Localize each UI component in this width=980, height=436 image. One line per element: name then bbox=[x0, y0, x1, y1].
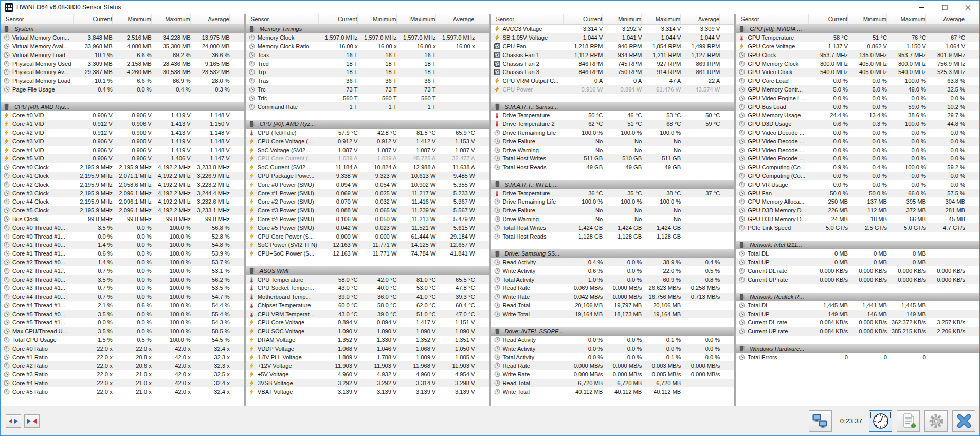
sensor-row[interactable]: Core #5 Thread #1...0.0 %0.0 %100.0 %54.… bbox=[1, 318, 244, 327]
sensor-group-header[interactable]: CPU [#0]: AMD Ryz... bbox=[1, 102, 244, 111]
sensor-row[interactable]: GPU Video Decode ...0.0 %0.0 %0.0 %0.0 % bbox=[736, 146, 979, 154]
title-bar[interactable]: HWiNFO64 v6.08-3830 Sensor Status bbox=[1, 1, 979, 14]
sensor-row[interactable]: Core #0 Thread #0...3.5 %0.0 %100.0 %56.… bbox=[1, 223, 244, 232]
sensor-row[interactable]: CPU (Tctl/Tdie)57.9 °C42.8 °C81.5 °C65.9… bbox=[246, 129, 489, 137]
sensor-row[interactable]: Total Host Writes511 GB510 GB511 GB bbox=[491, 154, 735, 163]
sensor-row[interactable]: GPU Computing (Co...0.0 %0.0 %0.0 %0.0 % bbox=[736, 172, 979, 180]
sensor-row[interactable]: Chassis Fan 2846 RPM745 RPM927 RPM869 RP… bbox=[491, 59, 735, 68]
sensor-row[interactable]: Core #3 Power (SMU)0.088 W0.065 W11.239 … bbox=[246, 206, 489, 215]
column-header-average[interactable]: Average bbox=[191, 14, 230, 24]
sensor-row[interactable]: Core #3 Thread #1...0.7 %0.0 %100.0 %53.… bbox=[1, 284, 244, 293]
sensor-row[interactable]: Virtual Memory Load10.1 %6.6 %89.2 %36.6… bbox=[1, 50, 244, 59]
sensor-row[interactable]: Core #2 Ratio22.0 x20.6 x42.0 x32.3 x bbox=[1, 361, 244, 370]
sensor-row[interactable]: SoC Voltage (SVI2 ...1.087 V1.087 V1.087… bbox=[246, 146, 489, 154]
sensor-row[interactable]: Drive Temperature 262 °C51 °C68 °C59 °C bbox=[491, 120, 735, 129]
sensor-row[interactable]: Drive WarningNoNoNo bbox=[491, 215, 735, 224]
sensor-row[interactable]: Total UP0 MB0 MB0 MB bbox=[736, 258, 979, 267]
column-header-average[interactable]: Average bbox=[681, 14, 720, 24]
sensor-row[interactable]: CPU Package Powe...9.338 W9.323 W10.613 … bbox=[246, 172, 489, 180]
sensor-row[interactable]: Drive FailureNoNoNo bbox=[491, 206, 735, 215]
sensor-row[interactable]: Drive WarningNoNoNo bbox=[491, 146, 735, 154]
sensor-row[interactable]: Core #0 Thread #1...0.0 %0.0 %100.0 %52.… bbox=[1, 232, 244, 241]
column-header-maximum[interactable]: Maximum bbox=[887, 14, 926, 24]
arrows-outward-button[interactable] bbox=[6, 414, 21, 428]
sensor-row[interactable]: Core #3 Thread #0...3.5 %0.0 %100.0 %56.… bbox=[1, 275, 244, 284]
sensor-row[interactable]: Trp18 T18 T18 T bbox=[246, 68, 489, 77]
sensor-group-header[interactable]: Memory Timings bbox=[246, 25, 489, 33]
sensor-row[interactable]: Bus Clock99.8 MHz99.8 MHz99.8 MHz99.8 MH… bbox=[1, 215, 244, 224]
sensor-row[interactable]: GPU Temperature58 °C51 °C76 °C67 °C bbox=[736, 33, 979, 42]
column-header-average[interactable]: Average bbox=[926, 14, 965, 24]
sensor-row[interactable]: Core #1 Thread #0...1.4 %0.0 %100.0 %54.… bbox=[1, 241, 244, 249]
sensor-row[interactable]: 1.8V PLL Voltage1.809 V1.788 V1.809 V1.8… bbox=[246, 353, 489, 361]
sensor-row[interactable]: CPU SOC Voltage1.090 V1.090 V1.090 V1.09… bbox=[246, 327, 489, 336]
sensor-row[interactable]: GPU Video Decode ...0.0 %0.0 %0.0 %0.0 % bbox=[736, 137, 979, 146]
sensor-row[interactable]: Core #4 Clock2,195.9 MHz2,096.1 MHz4,192… bbox=[1, 197, 244, 206]
sensor-row[interactable]: Write Rate0.042 MB/s0.000 MB/s16.756 MB/… bbox=[491, 293, 735, 301]
sensor-row[interactable]: Page File Usage0.4 %0.0 %0.4 %0.3 % bbox=[1, 85, 244, 94]
sensor-group-header[interactable]: S.M.A.R.T.: Samsu... bbox=[491, 102, 735, 111]
sensor-row[interactable]: Tras36 T36 T36 T bbox=[246, 77, 489, 85]
sensor-row[interactable]: GPU D3D Memory D...226 MB112 MB372 MB281… bbox=[736, 206, 979, 215]
sensor-row[interactable]: Core #5 Ratio22.0 x21.0 x42.0 x32.4 x bbox=[1, 387, 244, 396]
column-header-current[interactable]: Current bbox=[319, 14, 358, 24]
sensor-row[interactable]: Core #5 Clock2,195.9 MHz2,096.1 MHz4,192… bbox=[1, 206, 244, 215]
sensor-row[interactable]: VBAT Voltage3.139 V3.139 V3.139 V3.139 V bbox=[246, 387, 489, 396]
sensor-group-header[interactable]: Network: Realtek R... bbox=[736, 293, 979, 301]
sensor-group-header[interactable]: Windows Hardware... bbox=[736, 344, 979, 353]
sensor-row[interactable]: Total Errors000 bbox=[736, 353, 979, 361]
sensor-row[interactable]: Write Total19,164 MB18,173 MB19,164 MB bbox=[491, 310, 735, 318]
sensor-group-header[interactable]: Network: Intel I211... bbox=[736, 241, 979, 249]
sensor-row[interactable]: Total UP149 MB146 MB149 MB bbox=[736, 310, 979, 318]
sensor-row[interactable]: Core #0 Ratio22.0 x22.0 x42.0 x32.4 x bbox=[1, 344, 244, 353]
sensor-row[interactable]: Total DL0 MB0 MB0 MB bbox=[736, 249, 979, 258]
sensor-row[interactable]: Drive Temperature36 °C35 °C38 °C37 °C bbox=[491, 189, 735, 197]
sensor-row[interactable]: Read Rate0.069 MB/s0.000 MB/s26.623 MB/s… bbox=[491, 284, 735, 293]
arrows-inward-button[interactable] bbox=[24, 414, 40, 428]
sensor-row[interactable]: Core #2 Thread #1...0.7 %0.0 %100.0 %53.… bbox=[1, 266, 244, 275]
sensor-row[interactable]: CPU VRM Temperat...43.0 °C39.0 °C51.0 °C… bbox=[246, 310, 489, 318]
sensor-group-header[interactable]: ASUS WMI bbox=[246, 266, 489, 275]
sensor-row[interactable]: CPU Socket Temper...43.0 °C40.0 °C53.0 °… bbox=[246, 284, 489, 293]
sensor-row[interactable]: Write Total40,112 MB40,112 MB40,112 MB bbox=[491, 387, 735, 396]
sensor-row[interactable]: Write Rate0.000 MB/s0.000 MB/s0.005 MB/s… bbox=[491, 370, 735, 379]
sensor-row[interactable]: DRAM Voltage1.352 V1.330 V1.352 V1.351 V bbox=[246, 336, 489, 344]
sensor-row[interactable]: Drive Remaining Life100.0 %100.0 %100.0 … bbox=[491, 129, 735, 137]
sensor-row[interactable]: CPU Core Power (S...0.000 W0.000 W61.444… bbox=[246, 232, 489, 241]
sensor-row[interactable]: Core #2 Clock2,195.9 MHz2,058.6 MHz4,192… bbox=[1, 180, 244, 189]
sensor-row[interactable]: GPU Video Encode ...0.0 %0.0 %0.0 %0.0 % bbox=[736, 154, 979, 163]
sensor-group-header[interactable]: Drive: Samsung SS... bbox=[491, 249, 735, 258]
sensor-row[interactable]: Core #1 VID0.912 V0.906 V1.413 V1.150 V bbox=[1, 120, 244, 129]
sensor-row[interactable]: Read Activity0.0 %0.0 %0.1 %0.0 % bbox=[491, 336, 735, 344]
sensor-row[interactable]: Core #0 VID0.906 V0.906 V1.419 V1.148 V bbox=[1, 111, 244, 120]
sensor-group-header[interactable]: Drive: INTEL SSDPE... bbox=[491, 327, 735, 336]
sensor-row[interactable]: Max CPU/Thread U...3.5 %0.0 %100.0 %58.5… bbox=[1, 327, 244, 336]
column-header-current[interactable]: Current bbox=[74, 14, 113, 24]
sensor-row[interactable]: GPU Core Load0.0 %0.0 %100.0 %63.8 % bbox=[736, 77, 979, 85]
sensor-row[interactable]: Motherboard Temp...39.0 °C36.0 °C41.0 °C… bbox=[246, 293, 489, 301]
sensor-row[interactable]: Core #4 VID0.906 V0.906 V1.419 V1.148 V bbox=[1, 146, 244, 154]
sensor-row[interactable]: Core #4 Power (SMU)0.106 W0.050 W11.213 … bbox=[246, 215, 489, 224]
sensor-row[interactable]: Core #2 VID0.912 V0.900 V1.413 V1.148 V bbox=[1, 129, 244, 137]
sensor-group-header[interactable]: S.M.A.R.T.: INTEL ... bbox=[491, 180, 735, 189]
sensor-group-header[interactable]: System bbox=[1, 25, 244, 33]
sensor-row[interactable]: Read Rate0.000 MB/s0.000 MB/s0.003 MB/s0… bbox=[491, 361, 735, 370]
column-header-sensor[interactable]: Sensor bbox=[493, 14, 564, 24]
sensor-row[interactable]: Read Total20,106 MB19,797 MB20,106 MB bbox=[491, 301, 735, 310]
column-header-sensor[interactable]: Sensor bbox=[737, 14, 809, 24]
sensor-row[interactable]: GPU Clock953.7 MHz135.0 MHz953.7 MHz801.… bbox=[736, 50, 979, 59]
sensor-row[interactable]: GPU Core Voltage1.137 V0.862 V1.150 V1.0… bbox=[736, 42, 979, 51]
sensor-row[interactable]: GPU D3D Usage0.6 %0.3 %100.0 %44.8 % bbox=[736, 120, 979, 129]
column-header-maximum[interactable]: Maximum bbox=[642, 14, 681, 24]
sensor-row[interactable]: GPU Memory Clock800.0 MHz405.0 MHz800.0 … bbox=[736, 59, 979, 68]
sensor-row[interactable]: GPU Memory Usage24.4 %13.4 %38.6 %29.7 % bbox=[736, 111, 979, 120]
sensor-row[interactable]: Core #5 Thread #0...3.5 %0.0 %100.0 %55.… bbox=[1, 310, 244, 318]
remote-monitoring-button[interactable] bbox=[809, 410, 832, 432]
sensor-group-header[interactable]: CPU [#0]: AMD Ryz... bbox=[246, 120, 489, 129]
sensor-row[interactable]: Core #1 Power (SMU)0.069 W0.025 W11.217 … bbox=[246, 189, 489, 197]
sensor-row[interactable]: Virtual Memory Avai...33,968 MB4,080 MB3… bbox=[1, 42, 244, 51]
sensor-row[interactable]: CPU Core Voltage0.894 V0.894 V1.417 V1.1… bbox=[246, 318, 489, 327]
sensor-row[interactable]: Core #0 Power (SMU)0.094 W0.054 W10.902 … bbox=[246, 180, 489, 189]
sensor-row[interactable]: Current UP rate0.000 KB/s0.000 KB/s0.000… bbox=[736, 275, 979, 284]
sensor-row[interactable]: Physical Memory Av...29,387 MB4,260 MB30… bbox=[1, 68, 244, 77]
